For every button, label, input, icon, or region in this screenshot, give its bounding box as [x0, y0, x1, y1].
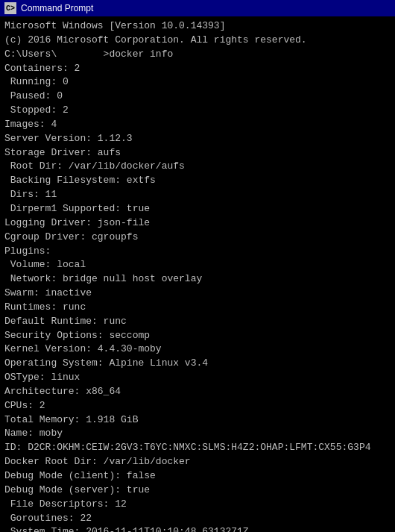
terminal-line: Paused: 0	[4, 90, 391, 104]
terminal-content: Microsoft Windows [Version 10.0.14393](c…	[0, 16, 395, 532]
terminal-line: Containers: 2	[4, 62, 391, 76]
terminal-line: Swarm: inactive	[4, 287, 391, 301]
terminal-line: Docker Root Dir: /var/lib/docker	[4, 455, 391, 469]
terminal-line: Volume: local	[4, 258, 391, 272]
terminal-line: Architecture: x86_64	[4, 385, 391, 399]
terminal-line: Goroutines: 22	[4, 512, 391, 526]
terminal-line: CPUs: 2	[4, 399, 391, 413]
terminal-line: C:\Users\ >docker info	[4, 48, 391, 62]
terminal-line: Backing Filesystem: extfs	[4, 174, 391, 188]
terminal-line: Storage Driver: aufs	[4, 146, 391, 160]
terminal-line: Dirperm1 Supported: true	[4, 202, 391, 216]
terminal-line: Stopped: 2	[4, 104, 391, 118]
terminal-line: OSType: linux	[4, 371, 391, 385]
title-bar-title: Command Prompt	[21, 3, 93, 13]
terminal-line: Security Options: seccomp	[4, 329, 391, 343]
terminal-line: Server Version: 1.12.3	[4, 132, 391, 146]
terminal-line: ID: D2CR:OKHM:CEIW:2GV3:T6YC:NMXC:SLMS:H…	[4, 441, 391, 455]
terminal-line: System Time: 2016-11-11T10:10:48.6313271…	[4, 525, 391, 532]
terminal-line: (c) 2016 Microsoft Corporation. All righ…	[4, 34, 391, 48]
terminal-line: Kernel Version: 4.4.30-moby	[4, 342, 391, 357]
terminal-line: Name: moby	[4, 427, 391, 441]
terminal-line: File Descriptors: 12	[4, 498, 391, 512]
terminal-line: Root Dir: /var/lib/docker/aufs	[4, 160, 391, 174]
terminal-line: Running: 0	[4, 75, 391, 90]
terminal-line: Plugins:	[4, 245, 391, 259]
terminal-line: Debug Mode (client): false	[4, 469, 391, 484]
title-bar-icon: C>	[4, 2, 16, 14]
terminal-line: Total Memory: 1.918 GiB	[4, 413, 391, 428]
terminal-line: Cgroup Driver: cgroupfs	[4, 231, 391, 245]
terminal-line: Operating System: Alpine Linux v3.4	[4, 357, 391, 371]
terminal-line: Runtimes: runc	[4, 301, 391, 315]
terminal-line: Logging Driver: json-file	[4, 216, 391, 231]
terminal-line: Images: 4	[4, 118, 391, 132]
terminal-line: Default Runtime: runc	[4, 315, 391, 329]
title-bar: C> Command Prompt	[0, 0, 395, 16]
terminal-line: Dirs: 11	[4, 188, 391, 202]
terminal-line: Debug Mode (server): true	[4, 484, 391, 498]
terminal-line: Microsoft Windows [Version 10.0.14393]	[4, 19, 391, 34]
terminal-line: Network: bridge null host overlay	[4, 272, 391, 287]
